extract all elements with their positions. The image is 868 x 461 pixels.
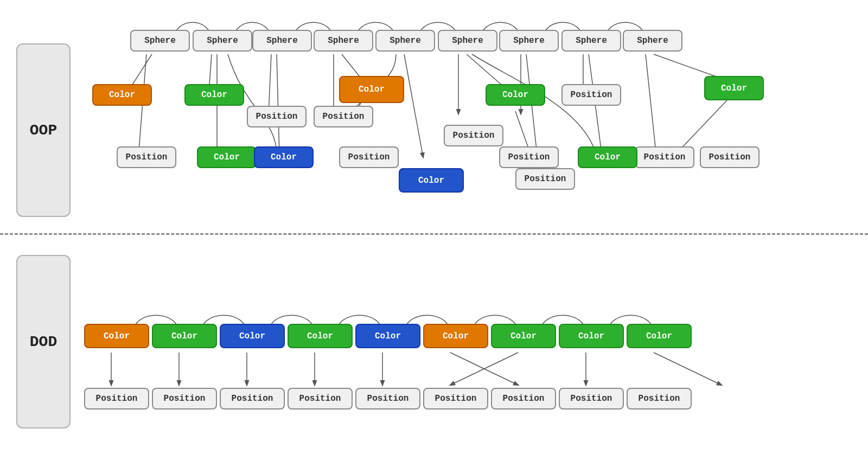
oop-color-blue-1: Color <box>254 146 314 168</box>
oop-color-green-l2: Color <box>197 146 257 168</box>
oop-color-green-l2-2: Color <box>578 146 637 168</box>
dod-label: DOD <box>16 255 71 428</box>
dod-color-green-1: Color <box>152 324 217 348</box>
oop-position-5: Position <box>444 125 503 146</box>
oop-position-9: Position <box>635 146 694 168</box>
dod-position-9: Position <box>627 388 692 409</box>
dod-position-4: Position <box>288 388 353 409</box>
oop-color-green-1: Color <box>184 84 244 106</box>
svg-line-24 <box>654 353 722 385</box>
oop-color-orange-2: Color <box>339 76 404 103</box>
oop-color-orange-1: Color <box>92 84 152 106</box>
dod-position-3: Position <box>220 388 285 409</box>
svg-line-28 <box>450 353 518 385</box>
sphere-9: Sphere <box>623 30 682 52</box>
section-divider <box>0 233 868 235</box>
sphere-4: Sphere <box>314 30 373 52</box>
oop-color-green-3: Color <box>704 76 764 100</box>
dod-position-6: Position <box>423 388 488 409</box>
oop-position-2: Position <box>247 106 307 127</box>
sphere-8: Sphere <box>561 30 621 52</box>
oop-position-7: Position <box>515 168 575 190</box>
oop-position-6: Position <box>499 146 559 168</box>
dod-color-orange-1: Color <box>84 324 149 348</box>
sphere-2: Sphere <box>193 30 252 52</box>
sphere-1: Sphere <box>130 30 190 52</box>
dod-color-orange-2: Color <box>423 324 488 348</box>
dod-color-green-5: Color <box>627 324 692 348</box>
oop-position-last: Position <box>700 146 760 168</box>
dod-position-7: Position <box>491 388 556 409</box>
oop-position-8: Position <box>561 84 621 106</box>
dod-color-green-4: Color <box>559 324 624 348</box>
oop-color-blue-2: Color <box>399 168 464 193</box>
oop-position-4: Position <box>339 146 399 168</box>
svg-line-1 <box>138 54 146 157</box>
oop-position-1: Position <box>117 146 176 168</box>
svg-line-16 <box>646 54 656 157</box>
sphere-5: Sphere <box>375 30 435 52</box>
dod-color-green-3: Color <box>491 324 556 348</box>
dod-color-green-2: Color <box>288 324 353 348</box>
sphere-3: Sphere <box>252 30 312 52</box>
sphere-7: Sphere <box>499 30 559 52</box>
dod-color-blue-2: Color <box>355 324 420 348</box>
oop-label: OOP <box>16 43 71 217</box>
svg-line-4 <box>269 54 271 114</box>
svg-line-14 <box>589 54 602 157</box>
svg-line-22 <box>450 353 518 385</box>
sphere-6: Sphere <box>438 30 497 52</box>
oop-position-3: Position <box>314 106 373 127</box>
svg-line-8 <box>404 54 423 157</box>
dod-position-1: Position <box>84 388 149 409</box>
dod-position-2: Position <box>152 388 217 409</box>
svg-line-5 <box>277 54 279 155</box>
dod-position-8: Position <box>559 388 624 409</box>
dod-color-blue-1: Color <box>220 324 285 348</box>
dod-position-5: Position <box>355 388 420 409</box>
oop-color-green-2: Color <box>486 84 545 106</box>
